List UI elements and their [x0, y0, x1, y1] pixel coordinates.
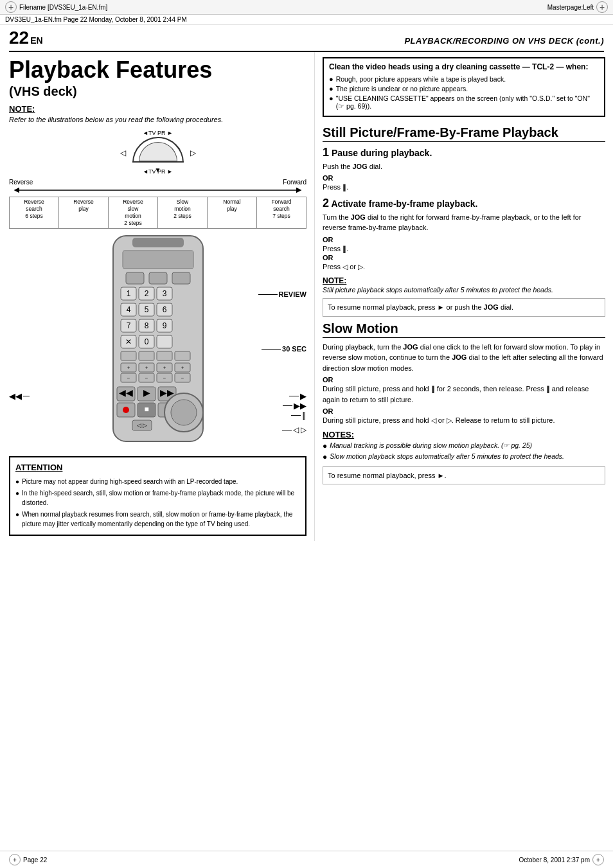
- cleaning-item-3: ● "USE CLEANING CASSETTE" appears on the…: [329, 94, 599, 110]
- page-title: PLAYBACK/RECORDING ON VHS DECK (cont.): [404, 36, 604, 46]
- footer-right: October 8, 2001 2:37 pm +: [519, 854, 604, 865]
- sec30-label: 30 SEC: [282, 345, 306, 353]
- svg-text:−: −: [163, 375, 166, 381]
- svg-point-62: [123, 407, 129, 413]
- step2-or2: OR: [323, 254, 605, 261]
- svg-text:5: 5: [144, 305, 148, 314]
- step1-label: Pause during playback.: [332, 148, 432, 158]
- notes-label: NOTES:: [323, 430, 605, 439]
- svg-rect-6: [172, 272, 190, 284]
- cleaning-item-1: ● Rough, poor picture appears while a ta…: [329, 75, 599, 83]
- cleaning-bullet-2: ●: [329, 85, 333, 93]
- step2-or1: OR: [323, 236, 605, 244]
- main-content: Playback Features (VHS deck) NOTE: Refer…: [0, 52, 613, 541]
- forward-label: Forward: [283, 179, 306, 186]
- jog-top-label: ◄TV PR ►: [143, 130, 173, 136]
- slow-note-bullet-2: ●: [323, 452, 327, 461]
- play-arrow: ▶: [300, 391, 306, 401]
- svg-rect-33: [175, 351, 190, 360]
- step1-title: 1 Pause during playback.: [323, 146, 605, 159]
- attention-item-3: ● When normal playback resumes from sear…: [15, 509, 300, 529]
- svg-text:1: 1: [126, 289, 130, 298]
- info-box-2: To resume normal playback, press ►.: [323, 466, 605, 485]
- slow-note-2: ● Slow motion playback stops automatical…: [323, 452, 605, 461]
- main-title: Playback Features: [9, 57, 306, 83]
- bullet-2: ●: [15, 488, 19, 508]
- step-callout: ◁ ▷: [282, 425, 306, 434]
- step2-label: Activate frame-by-frame playback.: [331, 199, 477, 209]
- step-2: 2 Activate frame-by-frame playback. Turn…: [323, 197, 605, 272]
- speed-slow-motion: Slowmotion2 steps: [158, 197, 208, 228]
- attention-title: ATTENTION: [15, 461, 300, 474]
- section1-title: Still Picture/Frame-By-Frame Playback: [323, 125, 605, 142]
- svg-text:+: +: [145, 365, 148, 371]
- page-heading-line: 22 EN PLAYBACK/RECORDING ON VHS DECK (co…: [9, 25, 604, 52]
- svg-text:■: ■: [144, 405, 148, 414]
- svg-text:−: −: [145, 375, 148, 381]
- svg-text:◁  ▷: ◁ ▷: [136, 422, 147, 429]
- svg-text:+: +: [127, 365, 130, 371]
- jog-right-arrow: ▷: [190, 148, 196, 157]
- cleaning-item-2: ● The picture is unclear or no picture a…: [329, 85, 599, 93]
- svg-text:◀◀: ◀◀: [119, 387, 133, 398]
- svg-text:✕: ✕: [125, 337, 132, 346]
- footer-crosshair-left: +: [9, 854, 21, 865]
- speed-forward-search: Forwardsearch7 steps: [257, 197, 306, 228]
- footer-page: Page 22: [23, 856, 47, 864]
- rf-arrow-container: [10, 186, 305, 193]
- step1-or1: OR: [323, 174, 605, 182]
- jog-left-arrow: ◁: [120, 148, 126, 157]
- bullet-1: ●: [15, 477, 19, 486]
- svg-rect-4: [126, 272, 144, 284]
- svg-text:4: 4: [126, 305, 130, 314]
- cleaning-bullet-1: ●: [329, 75, 333, 83]
- cleaning-bullet-3: ●: [329, 94, 333, 110]
- svg-text:▶: ▶: [143, 387, 150, 398]
- step2-title: 2 Activate frame-by-frame playback.: [323, 197, 605, 210]
- footer-crosshair-right: +: [592, 854, 604, 865]
- pause-callout: ‖: [291, 411, 306, 420]
- rf-arrow-svg: [10, 187, 305, 193]
- step2-num: 2: [323, 197, 329, 209]
- cleaning-box: Clean the video heads using a dry cleani…: [323, 57, 605, 117]
- review-label: REVIEW: [279, 290, 306, 298]
- svg-rect-29: [157, 335, 172, 348]
- ff-callout: ▶▶: [283, 401, 306, 411]
- top-bar-right: Masterpage:Left: [547, 1, 608, 13]
- info-box-1: To resume normal playback, press ► or pu…: [323, 298, 605, 317]
- svg-text:2: 2: [144, 289, 148, 298]
- cleaning-title: Clean the video heads using a dry cleani…: [329, 62, 599, 73]
- footer: + Page 22 October 8, 2001 2:37 pm +: [0, 851, 613, 868]
- section-still-picture: Still Picture/Frame-By-Frame Playback 1 …: [323, 125, 605, 317]
- reverse-forward-diagram: Reverse Forward: [9, 179, 306, 193]
- svg-text:3: 3: [162, 289, 166, 298]
- left-column: Playback Features (VHS deck) NOTE: Refer…: [0, 52, 315, 541]
- jog-wheel: ◁ ▷ ▼: [129, 137, 187, 166]
- masterpage-label: Masterpage:Left: [547, 4, 594, 11]
- step-symbol: ◁ ▷: [293, 425, 306, 434]
- footer-date: October 8, 2001 2:37 pm: [519, 856, 590, 864]
- svg-rect-30: [121, 351, 136, 360]
- step-1: 1 Pause during playback. Push the JOG di…: [323, 146, 605, 193]
- step1-text2: Press ‖.: [323, 182, 605, 193]
- svg-text:8: 8: [144, 321, 148, 330]
- svg-rect-2: [132, 238, 184, 247]
- jog-half-circle: [132, 137, 184, 163]
- review-callout: REVIEW: [258, 290, 306, 298]
- en-suffix: EN: [30, 35, 42, 46]
- svg-text:7: 7: [126, 321, 130, 330]
- footer-left: + Page 22: [9, 854, 47, 865]
- ff-arrow: ▶▶: [294, 401, 306, 411]
- remote-area: 1 2 3 4 5 6 7 8 9: [9, 233, 306, 451]
- slow-or2: OR: [323, 407, 605, 415]
- rew-arrow: ◀◀: [9, 391, 22, 401]
- slow-or1: OR: [323, 376, 605, 384]
- right-column: Clean the video heads using a dry cleani…: [315, 52, 613, 541]
- step1-text1: Push the JOG dial.: [323, 161, 605, 172]
- attention-box: ATTENTION ● Picture may not appear durin…: [9, 456, 306, 536]
- crosshair-left: [5, 1, 17, 13]
- crosshair-right: [596, 1, 608, 13]
- step1-num: 1: [323, 146, 329, 159]
- section-slow-motion: Slow Motion During playback, turn the JO…: [323, 321, 605, 485]
- speed-normal-play: Normalplay: [208, 197, 257, 228]
